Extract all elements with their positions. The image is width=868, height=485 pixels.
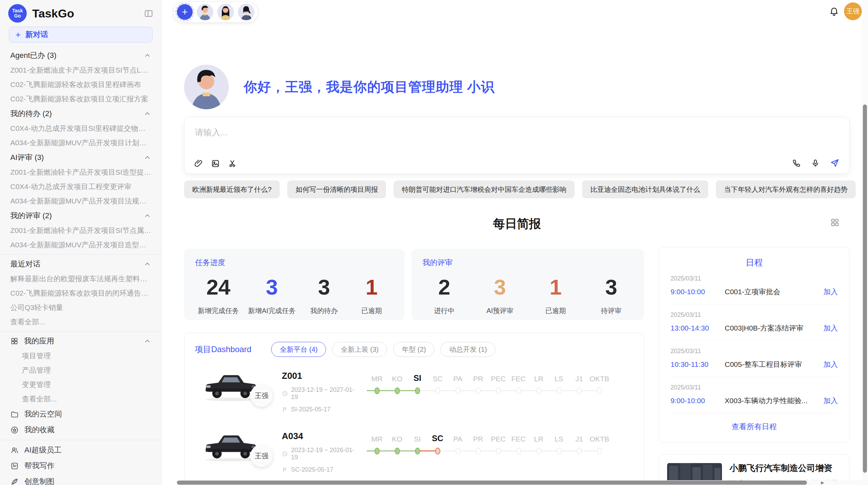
sidebar-item-help-write[interactable]: 帮我写作 <box>0 458 161 474</box>
sidebar-item[interactable]: A034-全新新能源MUV产品开发项目计划变更表编写 <box>0 136 161 150</box>
layout-toggle-button[interactable] <box>830 218 840 227</box>
stat: 2进行中 <box>425 275 463 315</box>
sidebar-item[interactable]: Z001-全新燃油皮卡产品开发项目SI节点Lesson Learn报告 <box>0 63 161 77</box>
horizontal-scrollbar[interactable]: ▶ <box>176 480 868 485</box>
add-agent-button[interactable]: + <box>177 4 193 20</box>
attach-button[interactable] <box>194 159 203 168</box>
sidebar-item[interactable]: 解释最新出台的欧盟报废车法规再生塑料比例被调至15%... <box>0 272 161 286</box>
sidebar-section-agent-done[interactable]: Agent已办 (3) <box>0 48 161 63</box>
milestone: LS <box>549 434 569 457</box>
sidebar-section-my-todo[interactable]: 我的待办 (2) <box>0 106 161 121</box>
join-button[interactable]: 加入 <box>823 360 838 369</box>
suggestion-chip[interactable]: 欧洲新规最近颁布了什么? <box>184 181 280 198</box>
suggestion-chip[interactable]: 特朗普可能对进口汽车增税会对中国车企造成哪些影响 <box>394 181 575 198</box>
chevron-up-icon[interactable] <box>144 52 151 59</box>
sidebar: TaskGo TaskGo +新对话 Agent已办 (3) Z001-全新燃油… <box>0 0 162 485</box>
notifications-button[interactable] <box>829 6 839 16</box>
task-progress-card: 任务进度 24新增完成任务 3新增AI完成任务 3我的待办 1已逾期 <box>184 249 405 320</box>
filter-tab-platform[interactable]: 全新平台 (4) <box>271 342 326 357</box>
new-chat-button[interactable]: +新对话 <box>9 27 153 42</box>
sidebar-item-cloud-space[interactable]: 我的云空间 <box>0 406 161 422</box>
call-button[interactable] <box>792 159 801 168</box>
sidebar-item-creative-draw[interactable]: 创意制图 <box>0 474 161 485</box>
sidebar-section-my-apps[interactable]: 我的应用 <box>0 334 161 349</box>
voice-button[interactable] <box>811 159 820 168</box>
join-button[interactable]: 加入 <box>823 323 838 333</box>
vertical-scrollbar-thumb[interactable] <box>863 104 867 473</box>
project-code: A034 <box>282 431 359 442</box>
milestone: PR <box>468 434 488 457</box>
sidebar-item-ai-staff[interactable]: AI超级员工 <box>0 442 161 458</box>
agent-avatar[interactable] <box>197 4 213 20</box>
user-avatar[interactable]: 王强 <box>844 2 862 20</box>
sidebar-item-favorites[interactable]: 我的收藏 <box>0 422 161 438</box>
sidebar-item-product-mgmt[interactable]: 产品管理 <box>0 363 161 377</box>
assistant-avatar <box>184 65 229 109</box>
scroll-right-arrow-icon[interactable]: ▶ <box>821 480 824 485</box>
chevron-up-icon[interactable] <box>144 154 151 161</box>
sidebar-item[interactable]: A034-全新新能源MUV产品开发项目法规符合性评审 <box>0 194 161 208</box>
join-button[interactable]: 加入 <box>823 287 838 297</box>
sidebar-section-ai-review[interactable]: AI评审 (3) <box>0 150 161 165</box>
divider <box>0 331 161 332</box>
view-all-chats-link[interactable]: 查看全部... <box>0 315 161 329</box>
horizontal-scrollbar-thumb[interactable] <box>177 481 807 485</box>
sidebar-item[interactable]: Z001-全新燃油轻卡产品开发项目SI节点属性5D文件评审 <box>0 223 161 238</box>
sidebar-item[interactable]: C02-飞腾新能源轻客改款项目里程碑画布 <box>0 77 161 92</box>
composer[interactable]: 请输入... <box>184 117 850 174</box>
stat: 24新增完成任务 <box>198 275 239 315</box>
filter-tab-body[interactable]: 全新上装 (3) <box>332 342 387 357</box>
sidebar-item[interactable]: A034-全新新能源MUV产品开发项目造型可行性评审 <box>0 238 161 252</box>
suggestion-chip[interactable]: 比亚迪全固态电池计划具体说了什么 <box>582 181 708 198</box>
milestone: SI <box>407 434 427 457</box>
milestone-node <box>496 387 501 394</box>
agent-avatar[interactable] <box>217 4 234 20</box>
filter-tab-year[interactable]: 年型 (2) <box>393 342 434 357</box>
join-button[interactable]: 加入 <box>823 396 838 406</box>
schedule-item: 2025/03/11 9:00-10:00 X003-车辆动力学性能验... 加… <box>671 377 838 413</box>
project-row[interactable]: 王强 Z001 2023-12-19 ~ 2027-01-19 SI-2025-… <box>195 369 634 413</box>
sidebar-section-my-review[interactable]: 我的评审 (2) <box>0 208 161 223</box>
screenshot-button[interactable] <box>228 159 237 168</box>
stat: 3AI预评审 <box>481 275 519 315</box>
milestone-node <box>374 448 379 455</box>
sidebar-item[interactable]: C0X4-动力总成开发项目工程变更评审 <box>0 179 161 194</box>
sidebar-item[interactable]: C02-飞腾新能源轻客改款项目立项汇报方案 <box>0 92 161 106</box>
chevron-up-icon[interactable] <box>144 260 151 268</box>
project-row[interactable]: 王强 A034 2023-12-19 ~ 2026-01-19 SC-2025-… <box>195 430 634 473</box>
dashboard-header: 项目Dashboard 全新平台 (4) 全新上装 (3) 年型 (2) 动总开… <box>195 342 634 357</box>
star-badge-icon <box>10 426 19 434</box>
stat: 3待评审 <box>592 275 630 315</box>
chevron-up-icon[interactable] <box>144 110 151 117</box>
sidebar-item[interactable]: 公司Q3轻卡销量 <box>0 300 161 315</box>
milestone-node <box>475 448 481 455</box>
suggestion-chip[interactable]: 当下年轻人对汽车外观有怎样的喜好趋势 <box>716 181 856 198</box>
filter-tab-powertrain[interactable]: 动总开发 (1) <box>441 342 495 357</box>
schedule-time: 9:00-10:00 <box>671 397 725 405</box>
sidebar-collapse-button[interactable] <box>144 9 153 18</box>
schedule-date: 2025/03/11 <box>671 384 838 391</box>
sidebar-item[interactable]: C02-飞腾新能源轻客改款项目的闭环通告反馈情况 <box>0 286 161 300</box>
send-button[interactable] <box>830 158 840 168</box>
sidebar-item-project-mgmt[interactable]: 项目管理 <box>0 349 161 363</box>
sidebar-section-recent-chats[interactable]: 最近对话 <box>0 257 161 272</box>
sidebar-item[interactable]: Z001-全新燃油轻卡产品开发项目SI造型提交物评审 <box>0 165 161 179</box>
pen-icon <box>10 477 19 485</box>
sidebar-item-change-mgmt[interactable]: 变更管理 <box>0 377 161 392</box>
view-all-apps-link[interactable]: 查看全部... <box>0 392 161 406</box>
image-button[interactable] <box>211 159 220 168</box>
milestone-node <box>455 387 460 394</box>
chevron-up-icon[interactable] <box>144 212 151 220</box>
suggestion-chip[interactable]: 如何写一份清晰的项目周报 <box>287 181 386 198</box>
project-flag: SC-2025-05-17 <box>282 466 359 473</box>
milestone: OKTB <box>589 434 610 457</box>
scroll-down-arrow-icon[interactable]: ▼ <box>822 464 827 470</box>
vertical-scrollbar[interactable] <box>862 0 868 480</box>
paperclip-icon <box>194 159 203 168</box>
chevron-up-icon[interactable] <box>144 337 151 345</box>
agent-avatar[interactable] <box>238 4 254 20</box>
sidebar-item[interactable]: C0X4-动力总成开发项目SI里程碑提交物检查 <box>0 121 161 136</box>
view-all-schedule-link[interactable]: 查看所有日程 <box>671 422 838 432</box>
card-title: 我的评审 <box>422 258 633 268</box>
project-dashboard-card: 项目Dashboard 全新平台 (4) 全新上装 (3) 年型 (2) 动总开… <box>184 333 644 485</box>
